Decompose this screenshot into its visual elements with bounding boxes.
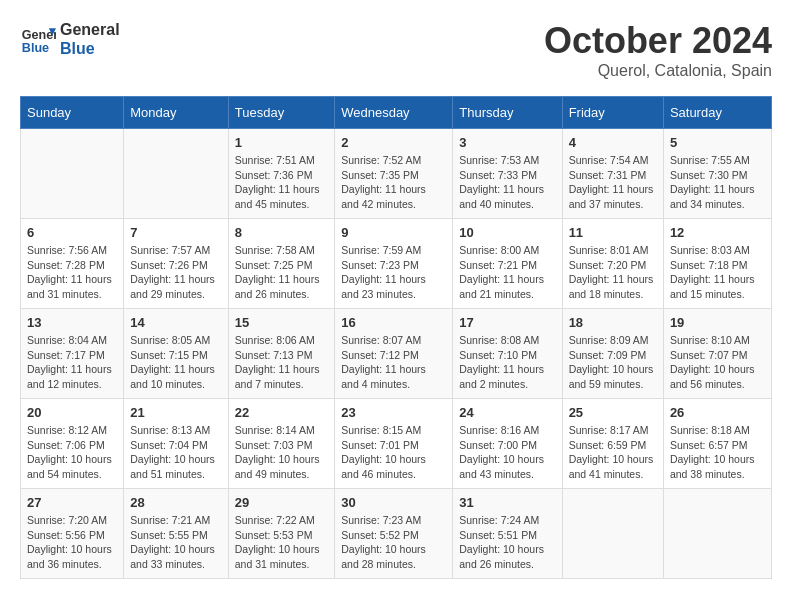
day-info: Sunrise: 8:01 AM Sunset: 7:20 PM Dayligh…	[569, 243, 657, 302]
calendar-table: SundayMondayTuesdayWednesdayThursdayFrid…	[20, 96, 772, 579]
calendar-cell: 8Sunrise: 7:58 AM Sunset: 7:25 PM Daylig…	[228, 219, 334, 309]
calendar-cell: 22Sunrise: 8:14 AM Sunset: 7:03 PM Dayli…	[228, 399, 334, 489]
weekday-header: Thursday	[453, 97, 562, 129]
weekday-header: Saturday	[663, 97, 771, 129]
calendar-cell: 20Sunrise: 8:12 AM Sunset: 7:06 PM Dayli…	[21, 399, 124, 489]
day-number: 15	[235, 315, 328, 330]
calendar-cell: 17Sunrise: 8:08 AM Sunset: 7:10 PM Dayli…	[453, 309, 562, 399]
day-number: 3	[459, 135, 555, 150]
day-info: Sunrise: 7:24 AM Sunset: 5:51 PM Dayligh…	[459, 513, 555, 572]
logo: General Blue General Blue	[20, 20, 120, 58]
calendar-cell	[663, 489, 771, 579]
day-info: Sunrise: 7:58 AM Sunset: 7:25 PM Dayligh…	[235, 243, 328, 302]
day-info: Sunrise: 8:13 AM Sunset: 7:04 PM Dayligh…	[130, 423, 222, 482]
calendar-cell: 26Sunrise: 8:18 AM Sunset: 6:57 PM Dayli…	[663, 399, 771, 489]
calendar-cell: 16Sunrise: 8:07 AM Sunset: 7:12 PM Dayli…	[335, 309, 453, 399]
calendar-cell: 25Sunrise: 8:17 AM Sunset: 6:59 PM Dayli…	[562, 399, 663, 489]
day-number: 11	[569, 225, 657, 240]
day-number: 25	[569, 405, 657, 420]
day-info: Sunrise: 7:21 AM Sunset: 5:55 PM Dayligh…	[130, 513, 222, 572]
svg-text:Blue: Blue	[22, 41, 49, 55]
day-info: Sunrise: 7:55 AM Sunset: 7:30 PM Dayligh…	[670, 153, 765, 212]
calendar-cell: 7Sunrise: 7:57 AM Sunset: 7:26 PM Daylig…	[124, 219, 229, 309]
day-number: 28	[130, 495, 222, 510]
calendar-cell	[124, 129, 229, 219]
day-info: Sunrise: 7:53 AM Sunset: 7:33 PM Dayligh…	[459, 153, 555, 212]
day-number: 18	[569, 315, 657, 330]
day-number: 24	[459, 405, 555, 420]
calendar-body: 1Sunrise: 7:51 AM Sunset: 7:36 PM Daylig…	[21, 129, 772, 579]
weekday-header: Wednesday	[335, 97, 453, 129]
day-info: Sunrise: 7:56 AM Sunset: 7:28 PM Dayligh…	[27, 243, 117, 302]
day-info: Sunrise: 8:04 AM Sunset: 7:17 PM Dayligh…	[27, 333, 117, 392]
calendar-cell: 24Sunrise: 8:16 AM Sunset: 7:00 PM Dayli…	[453, 399, 562, 489]
day-info: Sunrise: 8:00 AM Sunset: 7:21 PM Dayligh…	[459, 243, 555, 302]
calendar-cell: 1Sunrise: 7:51 AM Sunset: 7:36 PM Daylig…	[228, 129, 334, 219]
calendar-cell: 4Sunrise: 7:54 AM Sunset: 7:31 PM Daylig…	[562, 129, 663, 219]
day-number: 7	[130, 225, 222, 240]
calendar-cell: 10Sunrise: 8:00 AM Sunset: 7:21 PM Dayli…	[453, 219, 562, 309]
calendar-week-row: 13Sunrise: 8:04 AM Sunset: 7:17 PM Dayli…	[21, 309, 772, 399]
day-number: 17	[459, 315, 555, 330]
day-number: 27	[27, 495, 117, 510]
calendar-cell: 30Sunrise: 7:23 AM Sunset: 5:52 PM Dayli…	[335, 489, 453, 579]
day-info: Sunrise: 7:59 AM Sunset: 7:23 PM Dayligh…	[341, 243, 446, 302]
day-number: 14	[130, 315, 222, 330]
weekday-header: Tuesday	[228, 97, 334, 129]
day-number: 21	[130, 405, 222, 420]
calendar-week-row: 1Sunrise: 7:51 AM Sunset: 7:36 PM Daylig…	[21, 129, 772, 219]
day-number: 16	[341, 315, 446, 330]
calendar-week-row: 6Sunrise: 7:56 AM Sunset: 7:28 PM Daylig…	[21, 219, 772, 309]
day-info: Sunrise: 8:18 AM Sunset: 6:57 PM Dayligh…	[670, 423, 765, 482]
calendar-cell: 13Sunrise: 8:04 AM Sunset: 7:17 PM Dayli…	[21, 309, 124, 399]
calendar-cell: 27Sunrise: 7:20 AM Sunset: 5:56 PM Dayli…	[21, 489, 124, 579]
day-info: Sunrise: 7:20 AM Sunset: 5:56 PM Dayligh…	[27, 513, 117, 572]
calendar-cell: 31Sunrise: 7:24 AM Sunset: 5:51 PM Dayli…	[453, 489, 562, 579]
day-number: 1	[235, 135, 328, 150]
day-info: Sunrise: 7:22 AM Sunset: 5:53 PM Dayligh…	[235, 513, 328, 572]
title-area: October 2024 Querol, Catalonia, Spain	[544, 20, 772, 80]
day-number: 5	[670, 135, 765, 150]
calendar-cell: 9Sunrise: 7:59 AM Sunset: 7:23 PM Daylig…	[335, 219, 453, 309]
day-number: 31	[459, 495, 555, 510]
day-number: 10	[459, 225, 555, 240]
day-info: Sunrise: 7:54 AM Sunset: 7:31 PM Dayligh…	[569, 153, 657, 212]
day-info: Sunrise: 8:09 AM Sunset: 7:09 PM Dayligh…	[569, 333, 657, 392]
weekday-header: Friday	[562, 97, 663, 129]
day-number: 22	[235, 405, 328, 420]
calendar-header: SundayMondayTuesdayWednesdayThursdayFrid…	[21, 97, 772, 129]
calendar-cell: 19Sunrise: 8:10 AM Sunset: 7:07 PM Dayli…	[663, 309, 771, 399]
day-info: Sunrise: 8:08 AM Sunset: 7:10 PM Dayligh…	[459, 333, 555, 392]
calendar-cell: 18Sunrise: 8:09 AM Sunset: 7:09 PM Dayli…	[562, 309, 663, 399]
day-number: 26	[670, 405, 765, 420]
calendar-cell: 21Sunrise: 8:13 AM Sunset: 7:04 PM Dayli…	[124, 399, 229, 489]
day-info: Sunrise: 8:10 AM Sunset: 7:07 PM Dayligh…	[670, 333, 765, 392]
day-info: Sunrise: 7:57 AM Sunset: 7:26 PM Dayligh…	[130, 243, 222, 302]
day-number: 2	[341, 135, 446, 150]
calendar-cell: 23Sunrise: 8:15 AM Sunset: 7:01 PM Dayli…	[335, 399, 453, 489]
logo-general: General	[60, 20, 120, 39]
day-number: 13	[27, 315, 117, 330]
day-info: Sunrise: 7:51 AM Sunset: 7:36 PM Dayligh…	[235, 153, 328, 212]
calendar-cell: 29Sunrise: 7:22 AM Sunset: 5:53 PM Dayli…	[228, 489, 334, 579]
day-info: Sunrise: 8:05 AM Sunset: 7:15 PM Dayligh…	[130, 333, 222, 392]
calendar-cell	[562, 489, 663, 579]
calendar-cell: 14Sunrise: 8:05 AM Sunset: 7:15 PM Dayli…	[124, 309, 229, 399]
day-number: 29	[235, 495, 328, 510]
day-info: Sunrise: 8:14 AM Sunset: 7:03 PM Dayligh…	[235, 423, 328, 482]
logo-icon: General Blue	[20, 21, 56, 57]
day-number: 20	[27, 405, 117, 420]
logo-blue: Blue	[60, 39, 120, 58]
day-number: 8	[235, 225, 328, 240]
day-info: Sunrise: 8:16 AM Sunset: 7:00 PM Dayligh…	[459, 423, 555, 482]
day-number: 30	[341, 495, 446, 510]
day-info: Sunrise: 8:15 AM Sunset: 7:01 PM Dayligh…	[341, 423, 446, 482]
calendar-cell: 3Sunrise: 7:53 AM Sunset: 7:33 PM Daylig…	[453, 129, 562, 219]
calendar-cell: 15Sunrise: 8:06 AM Sunset: 7:13 PM Dayli…	[228, 309, 334, 399]
location: Querol, Catalonia, Spain	[544, 62, 772, 80]
day-number: 23	[341, 405, 446, 420]
calendar-cell: 11Sunrise: 8:01 AM Sunset: 7:20 PM Dayli…	[562, 219, 663, 309]
calendar-cell: 6Sunrise: 7:56 AM Sunset: 7:28 PM Daylig…	[21, 219, 124, 309]
calendar-week-row: 27Sunrise: 7:20 AM Sunset: 5:56 PM Dayli…	[21, 489, 772, 579]
calendar-cell	[21, 129, 124, 219]
